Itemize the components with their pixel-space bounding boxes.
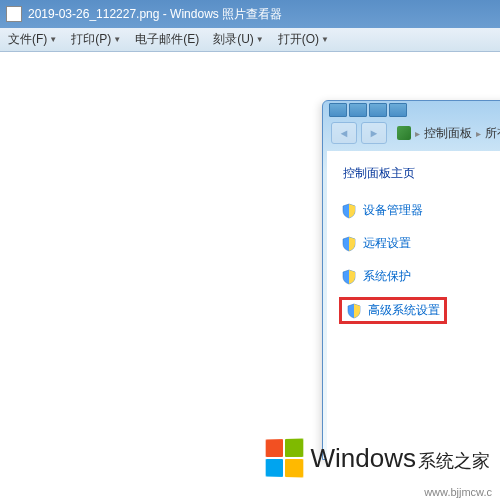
chevron-right-icon: ▸ bbox=[476, 128, 481, 139]
shield-icon bbox=[341, 269, 357, 285]
footer-bar: Windows 系统之家 bbox=[0, 428, 500, 488]
highlighted-link: 高级系统设置 bbox=[339, 297, 447, 324]
app-icon: 🖼 bbox=[6, 6, 22, 22]
breadcrumb: ▸ 控制面板 ▸ 所有 bbox=[397, 125, 500, 142]
logo-main: Windows bbox=[311, 443, 416, 474]
logo-section: Windows 系统之家 bbox=[265, 439, 490, 477]
nav-forward-button[interactable]: ► bbox=[361, 122, 387, 144]
inner-toolbar: ◄ ► ▸ 控制面板 ▸ 所有 bbox=[323, 119, 500, 147]
thumb bbox=[369, 103, 387, 117]
thumbnail-row bbox=[323, 101, 500, 119]
windows-logo-icon bbox=[265, 438, 303, 477]
thumb bbox=[389, 103, 407, 117]
shield-icon bbox=[341, 203, 357, 219]
shield-icon bbox=[346, 303, 362, 319]
link-advanced-system-settings[interactable]: 高级系统设置 bbox=[368, 302, 440, 319]
thumb bbox=[329, 103, 347, 117]
link-remote-settings[interactable]: 远程设置 bbox=[339, 231, 500, 256]
menu-burn[interactable]: 刻录(U) ▼ bbox=[213, 31, 264, 48]
link-label: 设备管理器 bbox=[363, 202, 423, 219]
cp-home-title: 控制面板主页 bbox=[343, 165, 500, 182]
photo-viewer-window: 🖼 2019-03-26_112227.png - Windows 照片查看器 … bbox=[0, 0, 500, 500]
chevron-right-icon: ▸ bbox=[415, 128, 420, 139]
menu-print[interactable]: 打印(P) ▼ bbox=[71, 31, 121, 48]
watermark-text: www.bjjmcw.c bbox=[424, 486, 492, 498]
menu-email[interactable]: 电子邮件(E) bbox=[135, 31, 199, 48]
arrow-right-icon: ► bbox=[369, 127, 380, 139]
arrow-left-icon: ◄ bbox=[339, 127, 350, 139]
logo-text: Windows 系统之家 bbox=[311, 443, 490, 474]
menu-file[interactable]: 文件(F) ▼ bbox=[8, 31, 57, 48]
viewer-content: ◄ ► ▸ 控制面板 ▸ 所有 控制面板主页 bbox=[0, 52, 500, 500]
menu-open[interactable]: 打开(O) ▼ bbox=[278, 31, 329, 48]
control-panel-window: ◄ ► ▸ 控制面板 ▸ 所有 控制面板主页 bbox=[322, 100, 500, 460]
breadcrumb-item[interactable]: 控制面板 bbox=[424, 125, 472, 142]
control-panel-icon bbox=[397, 126, 411, 140]
link-device-manager[interactable]: 设备管理器 bbox=[339, 198, 500, 223]
control-panel-body: 控制面板主页 设备管理器 远程设置 bbox=[327, 151, 500, 471]
link-label: 远程设置 bbox=[363, 235, 411, 252]
link-system-protection[interactable]: 系统保护 bbox=[339, 264, 500, 289]
link-label: 系统保护 bbox=[363, 268, 411, 285]
breadcrumb-item[interactable]: 所有 bbox=[485, 125, 500, 142]
nav-back-button[interactable]: ◄ bbox=[331, 122, 357, 144]
window-title: 2019-03-26_112227.png - Windows 照片查看器 bbox=[28, 6, 282, 23]
thumb bbox=[349, 103, 367, 117]
shield-icon bbox=[341, 236, 357, 252]
menubar: 文件(F) ▼ 打印(P) ▼ 电子邮件(E) 刻录(U) ▼ 打开(O) ▼ bbox=[0, 28, 500, 52]
outer-titlebar: 🖼 2019-03-26_112227.png - Windows 照片查看器 bbox=[0, 0, 500, 28]
logo-sub: 系统之家 bbox=[418, 449, 490, 473]
